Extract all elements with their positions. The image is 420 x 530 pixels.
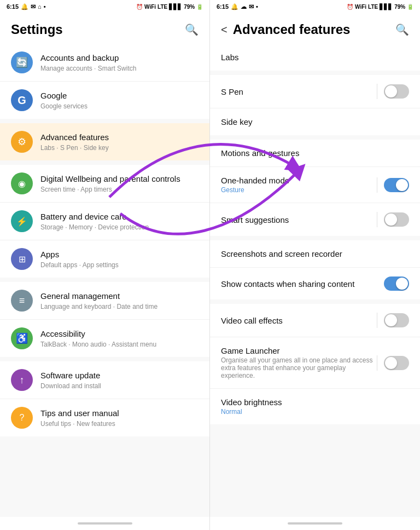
accounts-backup-title: Accounts and backup — [40, 53, 199, 64]
screenshots-title: Screenshots and screen recorder — [221, 249, 409, 258]
settings-item-general-management[interactable]: ≡ General management Language and keyboa… — [0, 282, 209, 320]
right-bottom-bar — [210, 517, 420, 530]
advanced-features-list: Labs S Pen Side key — [210, 44, 420, 517]
left-search-button[interactable]: 🔍 — [185, 23, 199, 36]
general-management-title: General management — [40, 291, 199, 302]
game-launcher-subtitle: Organise all your games all in one place… — [221, 356, 377, 379]
one-handed-mode-subtitle: Gesture — [221, 186, 377, 194]
s-pen-title: S Pen — [221, 87, 377, 96]
settings-item-battery[interactable]: ⚡ Battery and device care Storage · Memo… — [0, 203, 209, 240]
accessibility-title: Accessibility — [40, 329, 199, 339]
game-launcher-title: Game Launcher — [221, 346, 377, 355]
home-icon: ⌂ — [38, 3, 42, 10]
battery-right: 79% 🔋 — [394, 4, 413, 10]
settings-section-update: ↑ Software update Download and install ?… — [0, 361, 209, 436]
game-launcher-toggle[interactable] — [384, 356, 409, 370]
wifi-icon: WiFi — [144, 4, 156, 10]
adv-item-smart-suggestions[interactable]: Smart suggestions — [210, 203, 420, 236]
settings-list: 🔄 Accounts and backup Manage accounts · … — [0, 44, 209, 517]
video-call-toggle[interactable] — [384, 313, 409, 327]
right-header: < Advanced features 🔍 — [210, 13, 420, 44]
battery-icon: ⚡ — [11, 210, 33, 232]
general-management-subtitle: Language and keyboard · Date and time — [40, 303, 199, 310]
right-panel: 6:15 🔔 ☁ ✉ • ⏰ WiFi LTE ▋▋▋ 79% 🔋 < Adva… — [210, 0, 420, 530]
apps-icon: ⊞ — [11, 248, 33, 270]
battery-title: Battery and device care — [40, 211, 199, 222]
side-key-title: Side key — [221, 117, 409, 126]
adv-item-side-key[interactable]: Side key — [210, 108, 420, 135]
adv-item-video-brightness[interactable]: Video brightness Normal — [210, 389, 420, 424]
dot-icon-right: • — [256, 3, 258, 10]
software-update-icon: ↑ — [11, 369, 33, 391]
adv-item-screenshots[interactable]: Screenshots and screen recorder — [210, 240, 420, 268]
show-contacts-title: Show contacts when sharing content — [221, 279, 384, 289]
google-subtitle: Google services — [40, 102, 199, 110]
software-update-subtitle: Download and install — [40, 382, 199, 390]
apps-title: Apps — [40, 249, 199, 260]
adv-item-video-call-effects[interactable]: Video call effects — [210, 304, 420, 337]
settings-section-wellbeing: ◉ Digital Wellbeing and parental control… — [0, 165, 209, 278]
settings-item-tips[interactable]: ? Tips and user manual Useful tips · New… — [0, 399, 209, 436]
adv-section-video: Video call effects Game Launcher Organis… — [210, 304, 420, 424]
left-panel: 6:15 🔔 ✉ ⌂ • ⏰ WiFi LTE ▋▋▋ 79% 🔋 Settin… — [0, 0, 210, 530]
adv-item-one-handed-mode[interactable]: One-handed mode Gesture — [210, 167, 420, 203]
adv-item-motions-gestures[interactable]: Motions and gestures — [210, 140, 420, 167]
tips-icon: ? — [11, 407, 33, 429]
right-search-button[interactable]: 🔍 — [395, 23, 409, 36]
settings-item-advanced-features[interactable]: ⚙ Advanced features Labs · S Pen · Side … — [0, 123, 209, 160]
software-update-title: Software update — [40, 370, 199, 381]
one-handed-mode-title: One-handed mode — [221, 176, 377, 185]
advanced-features-subtitle: Labs · S Pen · Side key — [40, 144, 199, 152]
signal-icon-right: ▋▋▋ — [380, 4, 393, 10]
google-title: Google — [40, 90, 199, 101]
video-call-effects-title: Video call effects — [221, 316, 377, 325]
advanced-features-title: Advanced features — [40, 132, 199, 143]
adv-section-labs: Labs — [210, 44, 420, 71]
video-brightness-subtitle: Normal — [221, 408, 409, 416]
apps-subtitle: Default apps · App settings — [40, 261, 199, 269]
battery-subtitle: Storage · Memory · Device protection — [40, 223, 199, 231]
right-bottom-bar-line — [288, 522, 342, 525]
settings-section-advanced: ⚙ Advanced features Labs · S Pen · Side … — [0, 123, 209, 160]
adv-item-labs[interactable]: Labs — [210, 44, 420, 71]
accessibility-subtitle: TalkBack · Mono audio · Assistant menu — [40, 341, 199, 348]
status-bar-left: 6:15 🔔 ✉ ⌂ • ⏰ WiFi LTE ▋▋▋ 79% 🔋 — [0, 0, 209, 13]
advanced-features-icon: ⚙ — [11, 131, 33, 153]
settings-item-google[interactable]: G Google Google services — [0, 82, 209, 119]
status-bar-right: 6:15 🔔 ☁ ✉ • ⏰ WiFi LTE ▋▋▋ 79% 🔋 — [210, 0, 420, 13]
digital-wellbeing-subtitle: Screen time · App timers — [40, 186, 199, 193]
alarm-icon-right: 🔔 — [231, 3, 238, 10]
time-right: 6:15 — [217, 3, 229, 10]
settings-item-software-update[interactable]: ↑ Software update Download and install — [0, 361, 209, 399]
lte-icon: LTE — [158, 4, 167, 10]
settings-item-accessibility[interactable]: ♿ Accessibility TalkBack · Mono audio · … — [0, 320, 209, 357]
back-button[interactable]: < — [221, 24, 228, 36]
one-handed-separator — [377, 177, 377, 193]
general-management-icon: ≡ — [11, 290, 33, 312]
smart-suggestions-title: Smart suggestions — [221, 215, 377, 224]
time-left: 6:15 — [7, 3, 19, 10]
advanced-features-page-title: Advanced features — [233, 22, 351, 37]
settings-item-digital-wellbeing[interactable]: ◉ Digital Wellbeing and parental control… — [0, 165, 209, 203]
bottom-bar-line — [78, 522, 132, 525]
video-brightness-title: Video brightness — [221, 398, 409, 407]
adv-item-s-pen[interactable]: S Pen — [210, 75, 420, 108]
smart-suggestions-toggle[interactable] — [384, 212, 409, 227]
adv-item-game-launcher[interactable]: Game Launcher Organise all your games al… — [210, 337, 420, 389]
settings-item-accounts-backup[interactable]: 🔄 Accounts and backup Manage accounts · … — [0, 44, 209, 82]
adv-item-show-contacts[interactable]: Show contacts when sharing content — [210, 268, 420, 299]
show-contacts-toggle[interactable] — [384, 276, 409, 291]
cloud-icon: ☁ — [241, 3, 247, 10]
alarm-icon: 🔔 — [21, 3, 28, 10]
adv-section-screenshots: Screenshots and screen recorder Show con… — [210, 240, 420, 299]
adv-section-motions: Motions and gestures One-handed mode Ges… — [210, 140, 420, 236]
battery-left: 79% 🔋 — [184, 4, 203, 10]
settings-title: Settings — [11, 22, 63, 37]
settings-section-management: ≡ General management Language and keyboa… — [0, 282, 209, 357]
s-pen-toggle[interactable] — [384, 84, 409, 99]
accounts-backup-icon: 🔄 — [11, 51, 33, 73]
settings-item-apps[interactable]: ⊞ Apps Default apps · App settings — [0, 240, 209, 278]
mail-icon: ✉ — [31, 3, 36, 10]
one-handed-toggle[interactable] — [384, 178, 409, 192]
google-icon: G — [11, 89, 33, 111]
